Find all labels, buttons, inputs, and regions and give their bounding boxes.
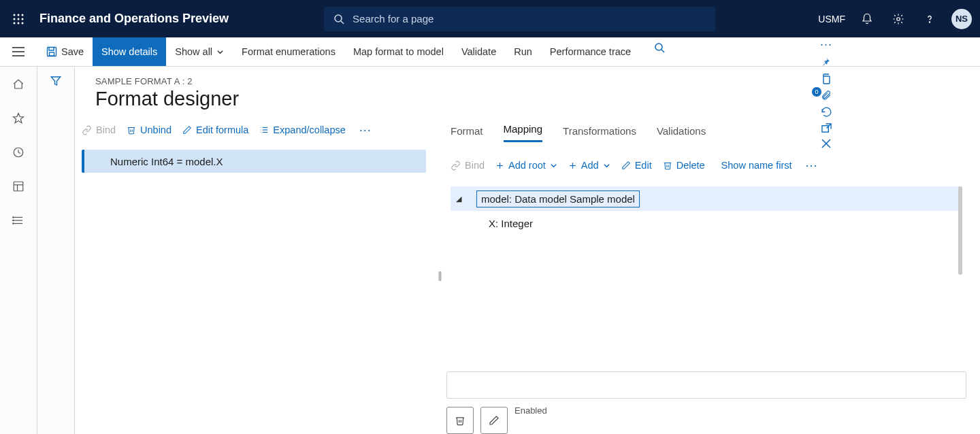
- link-icon: [451, 161, 461, 171]
- user-avatar[interactable]: NS: [951, 9, 972, 29]
- trash-icon: [455, 415, 466, 426]
- validate-button[interactable]: Validate: [453, 37, 505, 66]
- bind-button-left: Bind: [82, 124, 116, 135]
- modules-icon[interactable]: [9, 211, 28, 230]
- navpane-toggle-icon[interactable]: [0, 37, 37, 66]
- search-icon: [333, 14, 344, 24]
- format-enumerations-button[interactable]: Format enumerations: [233, 37, 344, 66]
- mapping-tree-root-text: model: Data model Sample model: [476, 190, 640, 207]
- svg-marker-36: [51, 77, 61, 85]
- left-overflow-icon[interactable]: ···: [357, 123, 374, 137]
- delete-button[interactable]: Delete: [663, 160, 705, 171]
- format-tree-panel: Bind Unbind Edit formula Expand/collapse: [75, 117, 436, 434]
- svg-rect-17: [50, 52, 54, 56]
- bell-icon[interactable]: [858, 10, 877, 29]
- show-name-first-button[interactable]: Show name first: [721, 160, 792, 171]
- edit-formula-button[interactable]: Edit formula: [182, 124, 248, 135]
- svg-point-2: [22, 14, 24, 16]
- format-tree-row[interactable]: Numeric Int64 = model.X: [82, 150, 426, 173]
- gear-icon[interactable]: [889, 10, 908, 29]
- star-icon[interactable]: [9, 109, 28, 128]
- svg-point-7: [18, 22, 20, 24]
- details-delete-button[interactable]: [446, 407, 474, 434]
- cmd-search-icon[interactable]: [649, 37, 670, 58]
- refresh-icon[interactable]: [816, 106, 836, 118]
- global-search[interactable]: [324, 7, 715, 31]
- navigation-rail: [0, 67, 37, 434]
- save-label: Save: [61, 46, 84, 57]
- mapping-panel: Format Mapping Transformations Validatio…: [444, 117, 980, 434]
- cmd-overflow-icon[interactable]: ···: [817, 37, 835, 52]
- chevron-down-icon: [603, 162, 610, 169]
- recent-icon[interactable]: [9, 143, 28, 162]
- svg-point-35: [13, 223, 14, 224]
- svg-point-3: [14, 18, 16, 20]
- svg-point-18: [655, 44, 662, 50]
- workspace-icon[interactable]: [9, 177, 28, 196]
- chevron-down-icon: [216, 48, 224, 56]
- help-icon[interactable]: [920, 10, 939, 29]
- unbind-button[interactable]: Unbind: [127, 124, 172, 135]
- enabled-label: Enabled: [514, 405, 547, 416]
- tab-mapping[interactable]: Mapping: [504, 123, 543, 142]
- add-root-button[interactable]: Add root: [495, 160, 557, 171]
- svg-point-33: [13, 217, 14, 218]
- svg-line-19: [662, 50, 664, 52]
- show-all-button[interactable]: Show all: [166, 37, 233, 66]
- tab-format[interactable]: Format: [451, 125, 483, 142]
- pin-icon[interactable]: [816, 57, 836, 68]
- svg-marker-25: [14, 114, 24, 123]
- top-navbar: Finance and Operations Preview USMF NS: [0, 0, 980, 37]
- tab-transformations[interactable]: Transformations: [563, 125, 636, 142]
- show-details-button[interactable]: Show details: [93, 37, 166, 66]
- svg-rect-27: [14, 182, 23, 191]
- svg-point-0: [14, 14, 16, 16]
- svg-line-10: [341, 21, 344, 24]
- svg-point-5: [22, 18, 24, 20]
- attachments-count: 0: [812, 87, 821, 97]
- svg-point-34: [13, 220, 14, 221]
- mapping-tree-child-text: X: Integer: [485, 216, 537, 231]
- tab-validations[interactable]: Validations: [657, 125, 706, 142]
- splitter-handle[interactable]: ‖: [436, 117, 444, 434]
- performance-trace-button[interactable]: Performance trace: [541, 37, 640, 66]
- save-button[interactable]: Save: [37, 37, 93, 66]
- filter-rail: [37, 67, 75, 434]
- attachments-icon[interactable]: 0: [816, 90, 836, 101]
- link-icon: [82, 125, 92, 135]
- trash-icon: [127, 125, 136, 135]
- list-icon: [259, 125, 269, 135]
- mapping-tree-root[interactable]: ◢ model: Data model Sample model: [451, 186, 962, 211]
- global-search-input[interactable]: [351, 12, 706, 25]
- right-overflow-icon[interactable]: ···: [803, 158, 821, 173]
- tree-scrollbar[interactable]: [958, 186, 962, 275]
- expand-collapse-button[interactable]: Expand/collapse: [259, 124, 345, 135]
- run-button[interactable]: Run: [505, 37, 541, 66]
- plus-icon: [495, 161, 504, 170]
- main-area: SAMPLE FORMAT A : 2 Format designer Bind…: [0, 67, 980, 434]
- home-icon[interactable]: [9, 75, 28, 94]
- details-edit-button[interactable]: [480, 407, 508, 434]
- map-format-to-model-button[interactable]: Map format to model: [344, 37, 453, 66]
- collapse-caret-icon[interactable]: ◢: [451, 195, 467, 203]
- app-launcher-icon[interactable]: [8, 9, 29, 29]
- mapping-tabs: Format Mapping Transformations Validatio…: [451, 117, 966, 143]
- plus-icon: [568, 161, 577, 170]
- svg-point-9: [335, 15, 342, 22]
- pencil-icon: [182, 125, 192, 135]
- add-button[interactable]: Add: [568, 160, 610, 171]
- svg-point-11: [897, 17, 900, 20]
- save-icon: [46, 46, 57, 57]
- filter-icon[interactable]: [50, 75, 62, 434]
- expression-field[interactable]: [446, 371, 966, 399]
- mapping-tree-child[interactable]: X: Integer: [451, 211, 966, 235]
- copy-icon[interactable]: [816, 73, 836, 84]
- environment-label[interactable]: USMF: [818, 14, 845, 24]
- product-title: Finance and Operations Preview: [39, 12, 229, 26]
- pencil-icon: [489, 415, 500, 426]
- mapping-tree: ◢ model: Data model Sample model X: Inte…: [451, 186, 966, 235]
- svg-rect-20: [823, 76, 830, 84]
- bind-button-right: Bind: [451, 160, 485, 171]
- edit-button[interactable]: Edit: [621, 160, 652, 171]
- svg-point-8: [22, 22, 24, 24]
